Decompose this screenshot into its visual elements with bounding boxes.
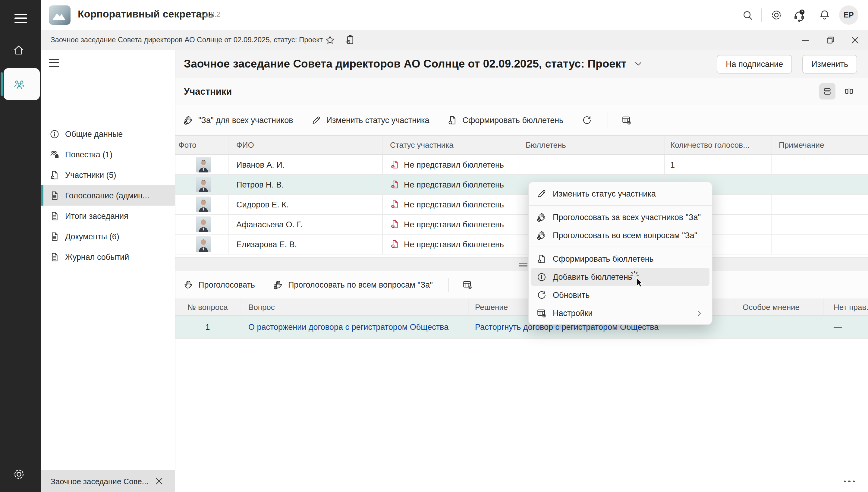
menu-form-ballot[interactable]: Сформировать бюллетень xyxy=(531,250,710,268)
sidebar-item-participants[interactable]: Участники (5) xyxy=(41,165,175,185)
layout-rows-toggle[interactable] xyxy=(819,83,836,99)
document-tab-title[interactable]: Заочное заседание Совета директоров АО С… xyxy=(51,35,323,44)
participant-photo xyxy=(196,177,211,192)
menu-vote-all-questions[interactable]: Проголосовать во всем вопросам "За" xyxy=(531,226,710,244)
col-name[interactable]: ФИО xyxy=(229,136,383,154)
ballot-missing-icon xyxy=(390,160,400,169)
participant-row[interactable]: Афанасьева О. Г. Не представил бюллетень xyxy=(175,215,868,235)
participant-row-selected[interactable]: Петров Н. В. Не представил бюллетень xyxy=(175,175,868,195)
home-icon[interactable] xyxy=(12,44,25,56)
menu-settings[interactable]: Настройки xyxy=(531,304,710,322)
open-document-tab[interactable]: Заочное заседание Сове... xyxy=(41,470,175,492)
col-question[interactable]: Вопрос xyxy=(241,298,469,315)
col-no-right[interactable]: Нет прав... xyxy=(824,298,868,315)
nav-rail xyxy=(0,0,41,492)
refresh-icon xyxy=(581,115,592,125)
app-title: Корпоративный секретарь xyxy=(78,8,214,21)
form-ballot-button[interactable]: Сформировать бюллетень xyxy=(448,115,564,125)
window-minimize-icon[interactable] xyxy=(802,37,809,44)
settings-gear-icon[interactable] xyxy=(12,468,25,481)
col-votes[interactable]: Количество голосов... xyxy=(665,136,771,154)
edit-button[interactable]: Изменить xyxy=(802,54,857,73)
questions-toolbar: Проголосовать Проголосовать по всем вопр… xyxy=(175,271,868,299)
agenda-people-icon xyxy=(49,149,60,159)
more-icon[interactable] xyxy=(844,481,855,483)
favorite-star-icon[interactable] xyxy=(325,35,335,45)
sidebar-collapse-icon[interactable] xyxy=(49,57,59,69)
table-settings-button[interactable] xyxy=(462,280,473,290)
window-restore-icon[interactable] xyxy=(826,36,834,44)
sidebar-item-voting[interactable]: Голосование (админ... xyxy=(41,185,175,205)
participant-row[interactable]: Елизарова Е. В. Не представил бюллетень xyxy=(175,235,868,254)
clipboard-minus-icon[interactable] xyxy=(345,34,356,46)
col-note[interactable]: Примечание xyxy=(771,136,868,154)
hand-icon xyxy=(183,280,194,290)
vote-for-all-button[interactable]: "За" для всех участников xyxy=(183,115,293,125)
participant-row[interactable]: Сидоров Е. К. Не представил бюллетень xyxy=(175,195,868,215)
col-dissent[interactable]: Особое мнение xyxy=(735,298,824,315)
panel-splitter[interactable] xyxy=(175,257,868,272)
participant-row[interactable]: Иванов А. И. Не представил бюллетень 1 xyxy=(175,155,868,175)
menu-burger-icon[interactable] xyxy=(15,11,27,26)
sidebar-item-event-log[interactable]: Журнал событий xyxy=(41,247,175,267)
toolbar-divider xyxy=(449,278,449,292)
document-icon xyxy=(49,190,60,200)
table-gear-icon xyxy=(536,308,547,318)
menu-change-status[interactable]: Изменить статус участника xyxy=(531,184,710,203)
app-logo xyxy=(49,5,71,25)
sidebar-item-documents[interactable]: Документы (6) xyxy=(41,226,175,247)
question-row-selected[interactable]: 1 О расторжении договора с регистратором… xyxy=(175,316,868,339)
user-avatar[interactable]: EP xyxy=(839,5,858,25)
section-title: Участники xyxy=(184,86,232,97)
table-settings-button[interactable] xyxy=(621,115,631,125)
refresh-icon xyxy=(536,290,547,300)
vote-hand-icon xyxy=(273,280,283,290)
page-header: Заочное заседание Совета директоров АО С… xyxy=(175,50,868,78)
col-status[interactable]: Статус участника xyxy=(383,136,518,154)
participant-photo xyxy=(196,197,211,212)
splitter-grip-icon[interactable] xyxy=(519,263,528,267)
question-link[interactable]: О расторжении договора с регистратором О… xyxy=(248,323,449,331)
change-status-button[interactable]: Изменить статус участника xyxy=(311,115,430,125)
chevron-down-icon[interactable] xyxy=(634,59,643,69)
gear-icon[interactable] xyxy=(770,9,783,21)
ballot-missing-icon xyxy=(390,239,400,249)
header-divider xyxy=(761,8,762,22)
participant-photo xyxy=(196,236,211,252)
col-ballot[interactable]: Бюллетень xyxy=(518,136,665,154)
sidebar-item-results[interactable]: Итоги заседания xyxy=(41,205,175,226)
main-content: Заочное заседание Совета директоров АО С… xyxy=(175,50,868,492)
participants-toolbar: "За" для всех участников Изменить статус… xyxy=(175,105,868,135)
col-photo[interactable]: Фото xyxy=(175,136,229,154)
context-menu: Изменить статус участника Проголосовать … xyxy=(528,181,713,325)
menu-vote-all-participants[interactable]: Проголосовать за всех участников "За" xyxy=(531,208,710,226)
window-close-icon[interactable] xyxy=(851,36,859,44)
document-plus-icon xyxy=(448,115,458,125)
ballot-missing-icon xyxy=(390,219,400,229)
sidebar-item-agenda[interactable]: Повестка (1) xyxy=(41,144,175,165)
layout-columns-toggle[interactable] xyxy=(841,83,857,99)
close-icon[interactable] xyxy=(155,477,163,485)
menu-add-ballot[interactable]: Добавить бюллетень xyxy=(531,268,710,286)
table-gear-icon xyxy=(462,280,473,290)
sidebar-item-general[interactable]: Общие данные xyxy=(41,124,175,144)
document-plus-icon xyxy=(536,253,547,264)
menu-refresh[interactable]: Обновить xyxy=(531,286,710,304)
svg-text:?: ? xyxy=(801,10,803,14)
support-headset-icon[interactable]: ? xyxy=(793,9,805,22)
refresh-button[interactable] xyxy=(581,115,592,125)
search-icon[interactable] xyxy=(742,10,754,21)
notifications-bell-icon[interactable] xyxy=(819,9,831,21)
vote-button[interactable]: Проголосовать xyxy=(183,280,255,290)
toolbar-divider xyxy=(607,113,608,127)
document-icon xyxy=(49,211,60,221)
to-sign-button[interactable]: На подписание xyxy=(717,54,792,73)
vote-hand-icon xyxy=(536,212,547,222)
table-gear-icon xyxy=(621,115,631,125)
participants-table: Фото ФИО Статус участника Бюллетень Коли… xyxy=(175,135,868,254)
vote-all-questions-button[interactable]: Проголосовать по всем вопросам "За" xyxy=(273,280,433,290)
vote-hand-icon xyxy=(183,115,194,125)
app-window: Корпоративный секретарь v1.0.2 ? EP Заоч… xyxy=(0,0,868,492)
col-question-num[interactable]: № вопроса xyxy=(175,298,241,315)
meetings-people-icon[interactable] xyxy=(13,78,25,91)
